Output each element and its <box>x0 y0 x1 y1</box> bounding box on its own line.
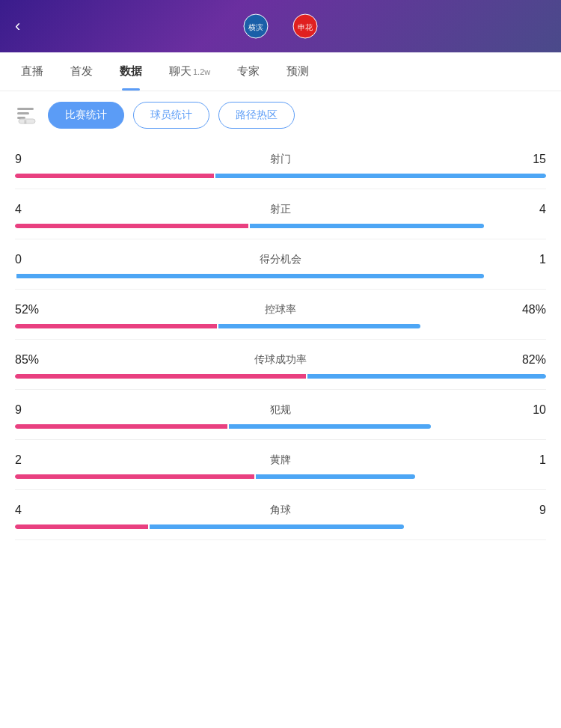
stat-right-value: 82% <box>501 353 546 367</box>
stat-label: 犯规 <box>60 403 501 417</box>
stat-right-value: 48% <box>501 303 546 316</box>
back-button[interactable]: ‹ <box>15 16 45 36</box>
stat-right-value: 1 <box>501 453 546 467</box>
stat-left-value: 9 <box>15 153 60 166</box>
stat-row: 2 黄牌 1 <box>15 440 546 490</box>
stat-bar <box>15 174 546 178</box>
svg-text:申花: 申花 <box>298 23 313 31</box>
filter-bar: ≡ 比赛统计 球员统计 路径热区 <box>0 91 561 139</box>
bar-away <box>256 474 415 479</box>
match-header: ‹ 横滨 申花 <box>0 0 561 52</box>
stat-row: 4 角球 9 <box>15 490 546 540</box>
stat-bar <box>15 224 546 228</box>
filter-match-stats[interactable]: 比赛统计 <box>48 102 124 129</box>
stat-bar <box>15 274 546 278</box>
stat-right-value: 15 <box>501 153 546 166</box>
stat-right-value: 1 <box>501 253 546 266</box>
stat-row: 9 犯规 10 <box>15 390 546 440</box>
tab-expert[interactable]: 专家 <box>224 52 273 91</box>
stats-container: 9 射门 15 4 射正 4 0 得分机会 1 52% 控 <box>0 139 561 540</box>
bar-home <box>15 174 214 178</box>
svg-text:横滨: 横滨 <box>248 23 263 31</box>
bar-home <box>15 524 148 529</box>
stat-label: 黄牌 <box>60 453 501 467</box>
tab-live[interactable]: 直播 <box>7 52 57 91</box>
tab-lineup[interactable]: 首发 <box>57 52 106 91</box>
stat-left-value: 52% <box>15 303 60 316</box>
stat-label: 射门 <box>60 153 501 166</box>
stat-left-value: 85% <box>15 353 60 367</box>
tab-stats[interactable]: 数据 <box>106 52 156 91</box>
stat-label: 射正 <box>60 203 501 216</box>
stat-row: 52% 控球率 48% <box>15 290 546 340</box>
svg-text:≡: ≡ <box>24 120 27 124</box>
svg-rect-4 <box>17 108 34 110</box>
stat-right-value: 4 <box>501 203 546 216</box>
stat-label: 角球 <box>60 504 501 517</box>
nav-tabs: 直播 首发 数据 聊天1.2w 专家 预测 <box>0 52 561 91</box>
chat-badge: 1.2w <box>193 67 210 76</box>
filter-player-stats[interactable]: 球员统计 <box>133 102 209 129</box>
stat-right-value: 10 <box>501 403 546 417</box>
stat-label: 传球成功率 <box>60 353 501 367</box>
stat-bar <box>15 524 546 529</box>
stat-left-value: 4 <box>15 504 60 517</box>
home-team-logo: 横滨 <box>243 13 269 39</box>
bar-away <box>16 274 484 278</box>
stat-row: 0 得分机会 1 <box>15 239 546 290</box>
stat-left-value: 0 <box>15 253 60 266</box>
tab-predict[interactable]: 预测 <box>273 52 322 91</box>
stat-bar <box>15 424 546 429</box>
svg-rect-7 <box>19 119 35 123</box>
svg-rect-5 <box>17 112 29 114</box>
bar-home <box>15 374 306 379</box>
match-info: 横滨 申花 <box>45 13 516 39</box>
stat-label: 得分机会 <box>60 253 501 266</box>
filter-icon[interactable]: ≡ <box>12 102 39 129</box>
bar-home <box>15 224 248 228</box>
bar-away <box>215 174 547 178</box>
stat-bar <box>15 474 546 479</box>
stat-left-value: 9 <box>15 403 60 417</box>
stat-bar <box>15 374 546 379</box>
filter-heatmap[interactable]: 路径热区 <box>218 102 295 129</box>
stat-row: 4 射正 4 <box>15 189 546 239</box>
stat-row: 85% 传球成功率 82% <box>15 340 546 390</box>
bar-away <box>218 324 420 328</box>
bar-home <box>15 424 227 429</box>
bar-away <box>229 424 431 429</box>
bar-home <box>15 474 254 479</box>
bar-away <box>250 224 483 228</box>
stat-left-value: 2 <box>15 453 60 467</box>
bar-away <box>150 524 405 529</box>
stat-bar <box>15 324 546 328</box>
away-team-logo: 申花 <box>292 13 318 39</box>
bar-home <box>15 324 217 328</box>
stat-right-value: 9 <box>501 504 546 517</box>
bar-away <box>307 374 546 379</box>
stat-left-value: 4 <box>15 203 60 216</box>
tab-chat[interactable]: 聊天1.2w <box>156 52 224 91</box>
stat-label: 控球率 <box>60 303 501 316</box>
stat-row: 9 射门 15 <box>15 139 546 189</box>
